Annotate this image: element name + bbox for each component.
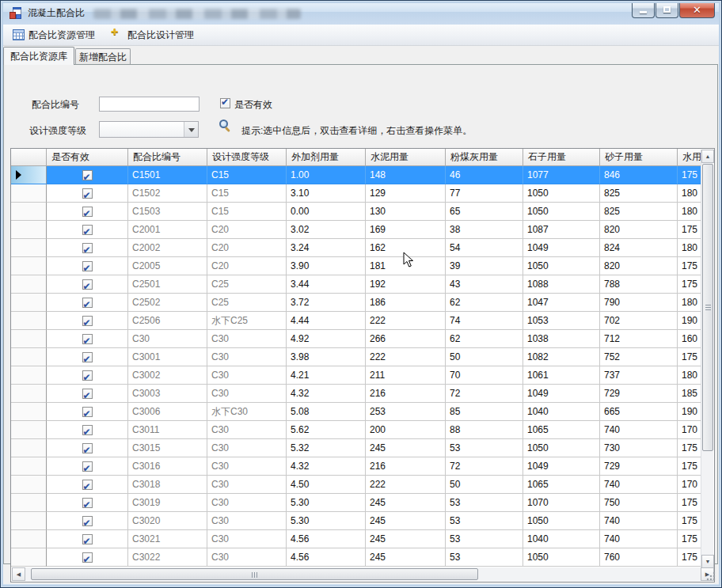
row-valid-checkbox[interactable] bbox=[82, 516, 93, 526]
tab-new-mix[interactable]: 新增配合比 bbox=[75, 48, 131, 65]
cell-additive-amount: 4.56 bbox=[287, 548, 366, 567]
mix-code-input[interactable] bbox=[99, 97, 200, 112]
row-selector[interactable] bbox=[11, 203, 47, 221]
table-row[interactable]: C2506水下C254.44222741053702190 bbox=[11, 312, 701, 330]
horizontal-scrollbar-thumb[interactable] bbox=[31, 568, 478, 580]
row-valid-checkbox[interactable] bbox=[82, 425, 93, 435]
column-header[interactable]: 水用量 bbox=[678, 149, 701, 166]
row-valid-checkbox[interactable] bbox=[82, 534, 93, 544]
table-row[interactable]: C3022C304.56245531050760175 bbox=[11, 548, 701, 567]
row-valid-checkbox[interactable] bbox=[82, 316, 93, 326]
table-row[interactable]: C3018C304.50222501065740170 bbox=[11, 476, 701, 494]
row-selector[interactable] bbox=[11, 385, 47, 403]
row-selector[interactable] bbox=[11, 348, 47, 366]
vertical-scrollbar-thumb[interactable] bbox=[702, 164, 713, 451]
minimize-button[interactable] bbox=[632, 2, 655, 18]
row-valid-checkbox[interactable] bbox=[82, 225, 93, 235]
toolbar-button-resource-manage[interactable]: 配合比资源管理 bbox=[6, 26, 101, 44]
grade-combobox[interactable] bbox=[99, 121, 199, 138]
table-row[interactable]: C30C304.92266621038712160 bbox=[11, 330, 701, 348]
row-valid-checkbox[interactable] bbox=[82, 298, 93, 308]
table-row[interactable]: C2001C203.02169381087820175 bbox=[11, 221, 701, 239]
row-selector[interactable] bbox=[11, 439, 47, 457]
cell-valid bbox=[47, 257, 128, 275]
row-selector[interactable] bbox=[11, 366, 47, 385]
table-row[interactable]: C3001C303.98222501082752175 bbox=[11, 348, 701, 366]
table-row[interactable]: C1503C150.00130651050825180 bbox=[11, 203, 701, 221]
row-valid-checkbox[interactable] bbox=[82, 461, 93, 472]
row-selector[interactable] bbox=[11, 239, 47, 257]
table-row[interactable]: C2002C203.24162541049824180 bbox=[11, 239, 701, 257]
table-row[interactable]: C1502C153.10129771050825180 bbox=[11, 184, 701, 203]
column-header[interactable]: 外加剂用量 bbox=[287, 149, 366, 166]
table-row[interactable]: C2501C253.44192431088788175 bbox=[11, 275, 701, 294]
column-header[interactable]: 水泥用量 bbox=[366, 149, 446, 166]
row-valid-checkbox[interactable] bbox=[82, 389, 93, 399]
row-valid-checkbox[interactable] bbox=[82, 352, 93, 362]
column-header[interactable]: 石子用量 bbox=[523, 149, 600, 166]
table-row[interactable]: C2502C253.72186621047790180 bbox=[11, 294, 701, 312]
table-row[interactable]: C3006水下C305.08253851040665190 bbox=[11, 403, 701, 421]
row-selector[interactable] bbox=[11, 403, 47, 421]
row-selector[interactable] bbox=[11, 184, 47, 203]
valid-checkbox[interactable] bbox=[220, 98, 230, 108]
row-valid-checkbox[interactable] bbox=[82, 170, 93, 180]
column-header[interactable]: 设计强度等级 bbox=[207, 149, 287, 166]
row-selector[interactable] bbox=[11, 457, 47, 476]
row-selector[interactable] bbox=[11, 548, 47, 567]
row-valid-checkbox[interactable] bbox=[82, 207, 93, 217]
row-selector[interactable] bbox=[11, 530, 47, 548]
table-row[interactable]: C3021C304.56245531040740175 bbox=[11, 530, 701, 548]
column-header[interactable]: 配合比编号 bbox=[128, 149, 207, 166]
table-row[interactable]: C3019C305.30245531070750175 bbox=[11, 494, 701, 512]
row-selector[interactable] bbox=[11, 494, 47, 512]
row-selector[interactable] bbox=[11, 330, 47, 348]
table-row[interactable]: C3003C304.32216721049729185 bbox=[11, 385, 701, 403]
row-selector[interactable] bbox=[11, 476, 47, 494]
row-valid-checkbox[interactable] bbox=[82, 480, 93, 490]
close-button[interactable]: ✕ bbox=[679, 2, 715, 18]
table-row[interactable]: C1501C151.00148461077846175 bbox=[11, 166, 701, 184]
table-row[interactable]: C3002C304.21211701061737180 bbox=[11, 366, 701, 385]
maximize-button[interactable] bbox=[656, 2, 678, 18]
table-row[interactable]: C2005C203.90181391050820175 bbox=[11, 257, 701, 275]
chevron-down-icon[interactable] bbox=[184, 122, 198, 137]
row-valid-checkbox[interactable] bbox=[82, 370, 93, 381]
resize-grip[interactable] bbox=[705, 571, 716, 581]
row-selector[interactable] bbox=[11, 275, 47, 294]
horizontal-scrollbar[interactable]: ◀ ▶ bbox=[12, 567, 714, 581]
table-row[interactable]: C3011C305.62200881065740170 bbox=[11, 421, 701, 439]
row-selector[interactable] bbox=[11, 421, 47, 439]
table-row[interactable]: C3020C305.30245531050740175 bbox=[11, 512, 701, 530]
titlebar[interactable]: 混凝土配合比 ✕ bbox=[2, 2, 720, 25]
row-selector[interactable] bbox=[11, 294, 47, 312]
row-selector[interactable] bbox=[11, 166, 47, 184]
row-valid-checkbox[interactable] bbox=[82, 407, 93, 417]
table-row[interactable]: C3015C305.32245531050730175 bbox=[11, 439, 701, 457]
vertical-scrollbar[interactable]: ▲ ▼ bbox=[701, 150, 713, 569]
cell-water-amount: 175 bbox=[678, 457, 701, 476]
row-valid-checkbox[interactable] bbox=[82, 443, 93, 453]
grid-corner-cell[interactable] bbox=[11, 149, 47, 166]
row-valid-checkbox[interactable] bbox=[82, 261, 93, 271]
row-valid-checkbox[interactable] bbox=[82, 552, 93, 563]
row-valid-checkbox[interactable] bbox=[82, 334, 93, 344]
toolbar-button-design-manage[interactable]: ✚ 配合比设计管理 bbox=[104, 26, 200, 44]
scroll-down-button[interactable]: ▼ bbox=[701, 555, 714, 568]
row-valid-checkbox[interactable] bbox=[82, 498, 93, 508]
row-selector[interactable] bbox=[11, 312, 47, 330]
scroll-left-button[interactable]: ◀ bbox=[12, 567, 25, 581]
column-header[interactable]: 是否有效 bbox=[47, 149, 128, 166]
scroll-up-button[interactable]: ▲ bbox=[701, 150, 714, 163]
column-header[interactable]: 砂子用量 bbox=[600, 149, 678, 166]
row-selector[interactable] bbox=[11, 221, 47, 239]
cell-water-amount: 175 bbox=[678, 275, 701, 294]
row-valid-checkbox[interactable] bbox=[82, 243, 93, 253]
row-selector[interactable] bbox=[11, 512, 47, 530]
row-selector[interactable] bbox=[11, 257, 47, 275]
row-valid-checkbox[interactable] bbox=[82, 188, 93, 199]
tab-resource-library[interactable]: 配合比资源库 bbox=[3, 47, 74, 65]
table-row[interactable]: C3016C304.32216721049729175 bbox=[11, 457, 701, 476]
row-valid-checkbox[interactable] bbox=[82, 279, 93, 290]
column-header[interactable]: 粉煤灰用量 bbox=[446, 149, 523, 166]
